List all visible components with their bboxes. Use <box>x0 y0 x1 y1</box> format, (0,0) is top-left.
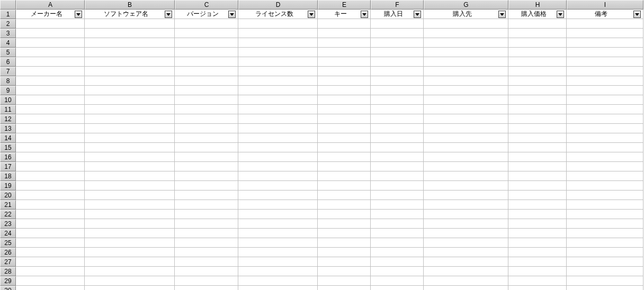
cell[interactable] <box>16 114 85 124</box>
cell[interactable] <box>16 124 85 133</box>
row-header[interactable]: 7 <box>0 67 16 76</box>
cell[interactable] <box>16 105 85 114</box>
cell[interactable] <box>508 210 567 219</box>
cell[interactable] <box>318 95 371 105</box>
cell[interactable] <box>238 248 318 257</box>
cell[interactable] <box>85 67 175 76</box>
cell[interactable] <box>175 162 238 171</box>
cell[interactable]: 購入日 <box>371 10 424 19</box>
filter-dropdown-button[interactable] <box>557 11 564 18</box>
filter-dropdown-button[interactable] <box>228 11 236 18</box>
cell[interactable]: ソフトウェア名 <box>85 10 175 19</box>
cell[interactable] <box>424 76 508 86</box>
select-all-corner[interactable] <box>0 0 16 10</box>
cell[interactable] <box>424 200 508 210</box>
cell[interactable] <box>424 276 508 286</box>
row-header[interactable]: 16 <box>0 152 16 162</box>
cell[interactable] <box>567 171 643 181</box>
column-header-I[interactable]: I <box>567 0 643 10</box>
cell[interactable] <box>371 171 424 181</box>
cell[interactable] <box>318 143 371 152</box>
cell[interactable] <box>371 57 424 67</box>
cell[interactable] <box>508 257 567 267</box>
cell[interactable] <box>567 219 643 229</box>
cell[interactable] <box>175 38 238 48</box>
cell[interactable] <box>16 200 85 210</box>
cell[interactable] <box>16 248 85 257</box>
cell[interactable] <box>567 181 643 191</box>
cell[interactable] <box>567 162 643 171</box>
cell[interactable] <box>175 152 238 162</box>
filter-dropdown-button[interactable] <box>308 11 315 18</box>
cell[interactable] <box>424 124 508 133</box>
cell[interactable] <box>238 152 318 162</box>
cell[interactable] <box>508 238 567 248</box>
cell[interactable] <box>16 133 85 143</box>
row-header[interactable]: 12 <box>0 114 16 124</box>
cell[interactable] <box>318 152 371 162</box>
filter-dropdown-button[interactable] <box>75 11 82 18</box>
cell[interactable] <box>16 76 85 86</box>
cell[interactable] <box>567 48 643 57</box>
cell[interactable] <box>567 76 643 86</box>
cell[interactable] <box>371 267 424 276</box>
cell[interactable] <box>175 276 238 286</box>
cell[interactable] <box>16 181 85 191</box>
cell[interactable] <box>16 286 85 290</box>
cell[interactable] <box>238 29 318 38</box>
cell[interactable] <box>567 95 643 105</box>
cell[interactable] <box>371 48 424 57</box>
cell[interactable] <box>85 152 175 162</box>
cell[interactable] <box>508 105 567 114</box>
cell[interactable] <box>424 143 508 152</box>
cell[interactable] <box>175 124 238 133</box>
cell[interactable] <box>371 219 424 229</box>
cell[interactable] <box>85 286 175 290</box>
cell[interactable] <box>318 248 371 257</box>
cell[interactable] <box>371 181 424 191</box>
cell[interactable] <box>318 191 371 200</box>
cell[interactable] <box>16 229 85 238</box>
filter-dropdown-button[interactable] <box>165 11 172 18</box>
row-header[interactable]: 29 <box>0 276 16 286</box>
cell[interactable] <box>424 267 508 276</box>
spreadsheet-grid[interactable]: ABCDEFGHI1メーカー名ソフトウェア名バージョンライセンス数キー購入日購入… <box>0 0 644 290</box>
cell[interactable] <box>371 257 424 267</box>
cell[interactable] <box>238 286 318 290</box>
cell[interactable] <box>175 181 238 191</box>
cell[interactable] <box>424 229 508 238</box>
cell[interactable] <box>508 76 567 86</box>
cell[interactable] <box>16 95 85 105</box>
cell[interactable] <box>85 162 175 171</box>
cell[interactable] <box>16 171 85 181</box>
cell[interactable] <box>508 276 567 286</box>
cell[interactable] <box>424 67 508 76</box>
cell[interactable] <box>238 95 318 105</box>
cell[interactable] <box>318 162 371 171</box>
cell[interactable] <box>16 276 85 286</box>
cell[interactable] <box>175 48 238 57</box>
cell[interactable] <box>175 114 238 124</box>
cell[interactable] <box>371 95 424 105</box>
cell[interactable] <box>318 238 371 248</box>
cell[interactable] <box>424 162 508 171</box>
cell[interactable] <box>424 38 508 48</box>
cell[interactable] <box>567 38 643 48</box>
cell[interactable] <box>238 86 318 95</box>
cell[interactable]: ライセンス数 <box>238 10 318 19</box>
cell[interactable] <box>508 48 567 57</box>
cell[interactable] <box>508 57 567 67</box>
cell[interactable] <box>371 248 424 257</box>
cell[interactable] <box>16 19 85 29</box>
cell[interactable] <box>318 219 371 229</box>
cell[interactable] <box>175 200 238 210</box>
cell[interactable] <box>508 229 567 238</box>
cell[interactable] <box>424 105 508 114</box>
cell[interactable] <box>508 219 567 229</box>
cell[interactable] <box>85 143 175 152</box>
cell[interactable] <box>567 152 643 162</box>
cell[interactable] <box>85 38 175 48</box>
cell[interactable] <box>508 29 567 38</box>
cell[interactable]: 購入価格 <box>508 10 567 19</box>
cell[interactable] <box>318 229 371 238</box>
